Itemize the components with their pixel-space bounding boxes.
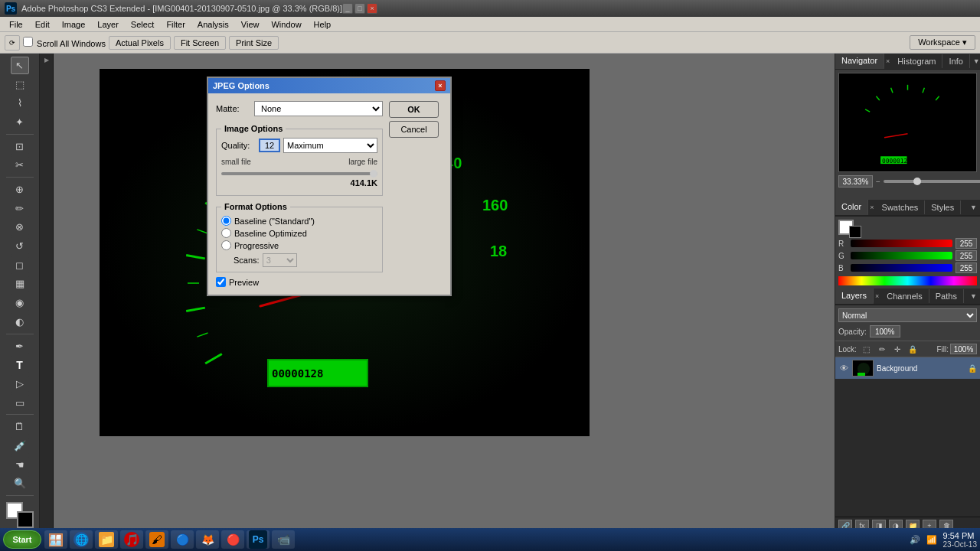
history-brush-tool[interactable]: ↺ <box>11 237 29 255</box>
tab-layers[interactable]: Layers <box>835 289 874 304</box>
color-background-swatch[interactable] <box>849 226 861 238</box>
navigator-panel-collapse[interactable]: ▼ <box>970 56 980 67</box>
taskbar-app-7[interactable]: 🔴 <box>221 530 244 549</box>
taskbar-app-9[interactable]: 📹 <box>272 530 295 549</box>
menu-edit[interactable]: Edit <box>29 18 56 31</box>
menu-analysis[interactable]: Analysis <box>191 18 235 31</box>
magic-wand-tool[interactable]: ✦ <box>11 113 29 131</box>
lasso-tool[interactable]: ⌇ <box>11 94 29 112</box>
menu-image[interactable]: Image <box>56 18 92 31</box>
actual-pixels-button[interactable]: Actual Pixels <box>109 36 171 50</box>
quality-input[interactable] <box>259 139 280 152</box>
close-button[interactable]: × <box>367 3 377 14</box>
slice-tool[interactable]: ✂ <box>11 156 29 174</box>
minimize-button[interactable]: _ <box>342 3 353 14</box>
nav-zoom-slider[interactable] <box>884 180 980 183</box>
menu-file[interactable]: File <box>3 18 29 31</box>
menu-select[interactable]: Select <box>125 18 161 31</box>
gradient-tool[interactable]: ▦ <box>11 276 29 293</box>
radio-baseline-optimized-input[interactable] <box>221 228 231 238</box>
lock-transparent-icon[interactable]: ⬚ <box>861 344 872 354</box>
color-spectrum[interactable] <box>838 276 977 285</box>
pen-tool[interactable]: ✒ <box>11 337 29 355</box>
crop-tool[interactable]: ⊡ <box>11 138 29 155</box>
taskbar-app-0[interactable]: 🪟 <box>44 530 67 549</box>
text-tool[interactable]: T <box>11 356 29 373</box>
tab-paths[interactable]: Paths <box>929 289 964 303</box>
blend-mode-select[interactable]: Normal <box>838 308 977 322</box>
tab-layers-close[interactable]: × <box>874 292 880 300</box>
move-tool[interactable]: ↖ <box>11 57 29 74</box>
color-panel-collapse[interactable]: ▼ <box>967 202 980 213</box>
dialog-close-button[interactable]: × <box>435 80 446 91</box>
tab-histogram[interactable]: Histogram <box>891 54 942 68</box>
taskbar-app-2[interactable]: 📁 <box>95 530 118 549</box>
workspace-button[interactable]: Workspace ▾ <box>910 35 975 50</box>
fill-input[interactable] <box>950 344 977 354</box>
taskbar-app-1[interactable]: 🌐 <box>70 530 93 549</box>
tab-navigator[interactable]: Navigator <box>835 54 884 69</box>
nav-zoom-minus[interactable]: − <box>876 178 880 186</box>
preview-checkbox[interactable] <box>216 277 226 287</box>
jpeg-dialog: JPEG Options × Matte: None <box>207 77 452 296</box>
tab-color-close[interactable]: × <box>868 204 875 211</box>
tab-info[interactable]: Info <box>942 54 969 68</box>
taskbar-app-ps[interactable]: Ps <box>247 530 270 549</box>
taskbar-app-6[interactable]: 🦊 <box>196 530 219 549</box>
quality-select[interactable]: Maximum <box>283 138 377 153</box>
strip-btn-1[interactable]: ▶ <box>43 55 50 65</box>
b-value-input[interactable] <box>956 262 977 273</box>
fill-row: Fill: <box>936 344 977 354</box>
tab-color[interactable]: Color <box>835 200 868 215</box>
stamp-tool[interactable]: ⊗ <box>11 219 29 236</box>
tab-swatches[interactable]: Swatches <box>876 201 926 214</box>
taskbar-app-3[interactable]: 🎵 <box>120 530 143 549</box>
start-button[interactable]: Start <box>3 530 41 549</box>
taskbar-volume-icon[interactable]: 🔊 <box>910 535 920 545</box>
r-value-input[interactable] <box>956 238 977 249</box>
menu-layer[interactable]: Layer <box>91 18 125 31</box>
maximize-button[interactable]: □ <box>354 3 365 14</box>
scans-select[interactable]: 3 <box>263 253 297 267</box>
layer-row-background[interactable]: 👁 Background 🔒 <box>835 357 980 379</box>
lock-all-icon[interactable]: 🔒 <box>907 344 918 354</box>
ok-button[interactable]: OK <box>389 101 439 118</box>
opacity-input[interactable] <box>870 325 900 337</box>
background-color[interactable] <box>17 511 34 528</box>
menu-window[interactable]: Window <box>265 18 307 31</box>
radio-baseline-standard-input[interactable] <box>221 216 231 226</box>
matte-select[interactable]: None <box>254 101 383 116</box>
layer-visibility-icon[interactable]: 👁 <box>838 364 849 373</box>
notes-tool[interactable]: 🗒 <box>11 418 29 435</box>
dodge-tool[interactable]: ◐ <box>11 313 29 331</box>
g-value-input[interactable] <box>956 250 977 261</box>
eraser-tool[interactable]: ◻ <box>11 256 29 274</box>
path-selection-tool[interactable]: ▷ <box>11 375 29 393</box>
menu-filter[interactable]: Filter <box>160 18 191 31</box>
menu-help[interactable]: Help <box>308 18 338 31</box>
brush-tool[interactable]: ✏ <box>11 200 29 217</box>
menu-view[interactable]: View <box>235 18 266 31</box>
print-size-button[interactable]: Print Size <box>229 36 279 50</box>
hand-tool[interactable]: ☚ <box>11 456 29 474</box>
zoom-tool[interactable]: 🔍 <box>11 475 29 493</box>
tab-channels[interactable]: Channels <box>880 289 929 303</box>
lock-position-icon[interactable]: ✛ <box>892 344 903 354</box>
nav-zoom-input[interactable] <box>838 175 873 187</box>
taskbar-app-4[interactable]: 🖌 <box>145 530 168 549</box>
taskbar-app-5[interactable]: 🔵 <box>171 530 194 549</box>
tab-styles[interactable]: Styles <box>925 201 961 214</box>
selection-tool[interactable]: ⬚ <box>11 76 29 93</box>
radio-progressive-input[interactable] <box>221 240 231 250</box>
shape-tool[interactable]: ▭ <box>11 394 29 412</box>
layers-panel-collapse[interactable]: ▼ <box>967 291 980 302</box>
tab-navigator-close[interactable]: × <box>884 57 891 65</box>
lock-paint-icon[interactable]: ✏ <box>877 344 887 354</box>
cancel-button[interactable]: Cancel <box>389 121 439 138</box>
healing-brush-tool[interactable]: ⊕ <box>11 181 29 198</box>
scroll-all-windows-checkbox[interactable] <box>23 37 33 47</box>
quality-slider[interactable] <box>221 172 377 175</box>
blur-tool[interactable]: ◉ <box>11 294 29 311</box>
fit-screen-button[interactable]: Fit Screen <box>174 36 226 50</box>
eyedropper-tool[interactable]: 💉 <box>11 437 29 455</box>
